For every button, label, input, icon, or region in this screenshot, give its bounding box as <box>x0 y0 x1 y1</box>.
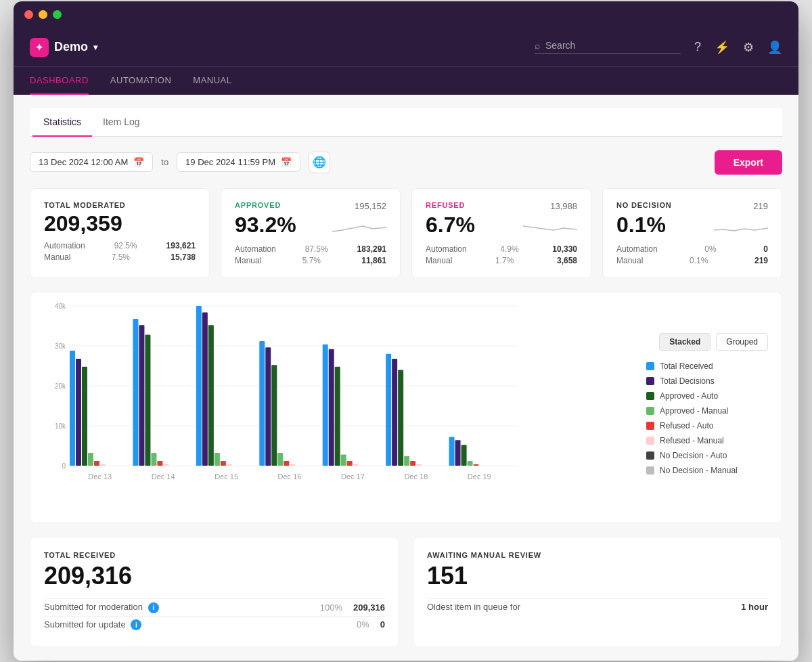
svg-rect-38 <box>347 461 353 466</box>
date-to-value: 19 Dec 2024 11:59 PM <box>185 157 275 167</box>
stat-row-manual: Manual 7.5% 15,738 <box>44 252 196 262</box>
svg-rect-43 <box>404 456 409 466</box>
awaiting-review-value: 151 <box>427 562 768 590</box>
bottom-stats: TOTAL RECEIVED 209,316 Submitted for mod… <box>30 537 782 647</box>
maximize-button[interactable] <box>53 10 62 19</box>
date-from-value: 13 Dec 2024 12:00 AM <box>39 157 128 167</box>
svg-rect-40 <box>386 354 391 466</box>
search-bar[interactable]: ⌕ <box>535 40 681 54</box>
svg-rect-50 <box>474 464 479 466</box>
stat-card-approved: APPROVED 195,152 93.2% Automation 87.5% … <box>221 188 401 278</box>
date-to-input[interactable]: 19 Dec 2024 11:59 PM 📅 <box>177 152 300 172</box>
user-icon[interactable]: 👤 <box>767 40 782 55</box>
svg-rect-31 <box>277 453 283 466</box>
svg-rect-47 <box>455 440 461 466</box>
svg-rect-19 <box>151 453 156 466</box>
app-title: Demo <box>54 40 88 54</box>
svg-rect-39 <box>353 464 359 466</box>
globe-button[interactable]: 🌐 <box>309 152 330 173</box>
tabs-bar: Statistics Item Log <box>30 108 782 137</box>
header-right: ⌕ ? ⚡ ⚙ 👤 <box>535 40 782 55</box>
total-received-value: 209,316 <box>44 562 385 590</box>
svg-rect-25 <box>215 453 220 466</box>
total-received-card: TOTAL RECEIVED 209,316 Submitted for mod… <box>30 537 399 647</box>
svg-rect-34 <box>323 345 328 466</box>
svg-text:30k: 30k <box>55 343 66 350</box>
chart-area: 40k30k20k10k0Dec 13Dec 14Dec 15Dec 16Dec… <box>44 306 633 509</box>
svg-rect-11 <box>76 359 81 466</box>
svg-rect-42 <box>398 370 403 466</box>
tab-statistics[interactable]: Statistics <box>32 108 92 137</box>
no-decision-sparkline <box>714 218 768 238</box>
nav-item-automation[interactable]: AUTOMATION <box>110 67 171 95</box>
settings-icon[interactable]: ⚙ <box>743 40 754 55</box>
stat-label-refused: REFUSED <box>426 201 465 209</box>
stat-row-refused-manual: Manual 1.7% 3,658 <box>426 256 577 265</box>
app-header: ✦ Demo ▾ ⌕ ? ⚡ ⚙ 👤 <box>14 28 798 66</box>
svg-rect-28 <box>259 341 265 466</box>
legend-item: Total Received <box>646 361 768 371</box>
help-icon[interactable]: ? <box>694 40 701 54</box>
stat-card-refused: REFUSED 13,988 6.7% Automation 4.9% 10,3… <box>411 188 591 278</box>
svg-rect-22 <box>196 306 202 466</box>
logo-icon: ✦ <box>30 38 49 57</box>
export-button[interactable]: Export <box>715 150 782 175</box>
stat-value-approved: 93.2% <box>235 213 296 237</box>
date-separator: to <box>161 157 168 167</box>
minimize-button[interactable] <box>39 10 47 19</box>
stat-value-no-decision: 0.1% <box>616 213 666 237</box>
submitted-update-row: Submitted for update i 0% 0 <box>44 616 385 634</box>
chevron-down-icon[interactable]: ▾ <box>93 43 97 52</box>
svg-text:Dec 16: Dec 16 <box>278 472 302 481</box>
svg-rect-10 <box>70 351 75 466</box>
info-moderation-icon[interactable]: i <box>148 602 159 613</box>
tab-item-log[interactable]: Item Log <box>92 108 150 137</box>
svg-rect-17 <box>139 325 144 466</box>
chart-section: 40k30k20k10k0Dec 13Dec 14Dec 15Dec 16Dec… <box>30 292 782 523</box>
content-area: Statistics Item Log 13 Dec 2024 12:00 AM… <box>14 95 798 661</box>
search-input[interactable] <box>545 40 681 51</box>
oldest-item-row: Oldest item in queue for 1 hour <box>427 598 768 615</box>
svg-text:10k: 10k <box>55 422 66 430</box>
svg-rect-48 <box>461 445 467 466</box>
filter-icon[interactable]: ⚡ <box>715 40 729 55</box>
svg-text:Dec 15: Dec 15 <box>215 472 238 481</box>
svg-rect-12 <box>82 367 87 466</box>
svg-text:20k: 20k <box>55 382 66 390</box>
svg-text:Dec 13: Dec 13 <box>88 472 112 481</box>
chart-view-buttons: Stacked Grouped <box>646 333 768 351</box>
stats-grid: TOTAL MODERATED 209,359 Automation 92.5%… <box>30 188 782 278</box>
stacked-button[interactable]: Stacked <box>659 333 710 351</box>
legend-item: No Decision - Auto <box>646 451 768 460</box>
nav-bar: DASHBOARD AUTOMATION MANUAL <box>14 66 798 95</box>
nav-item-manual[interactable]: MANUAL <box>193 67 231 95</box>
legend-item: Refused - Auto <box>646 421 768 431</box>
search-icon: ⌕ <box>535 40 540 51</box>
submitted-moderation-row: Submitted for moderation i 100% 209,316 <box>44 598 385 616</box>
svg-rect-16 <box>133 319 138 466</box>
date-from-input[interactable]: 13 Dec 2024 12:00 AM 📅 <box>30 152 153 172</box>
close-button[interactable] <box>24 10 33 19</box>
logo-area[interactable]: ✦ Demo ▾ <box>30 38 97 57</box>
stat-row-approved-manual: Manual 5.7% 11,861 <box>235 256 386 265</box>
stat-row-nodec-manual: Manual 0.1% 219 <box>616 256 768 265</box>
svg-rect-44 <box>410 461 415 466</box>
svg-text:40k: 40k <box>55 303 66 310</box>
legend-item: No Decision - Manual <box>646 466 768 475</box>
nav-item-dashboard[interactable]: DASHBOARD <box>30 67 89 95</box>
grouped-button[interactable]: Grouped <box>716 333 768 351</box>
approved-sparkline <box>332 218 386 238</box>
info-update-icon[interactable]: i <box>131 619 141 630</box>
svg-text:Dec 18: Dec 18 <box>404 472 428 481</box>
refused-sparkline <box>523 218 577 238</box>
svg-rect-24 <box>208 325 214 466</box>
svg-rect-15 <box>100 464 106 466</box>
svg-rect-18 <box>145 335 150 466</box>
svg-text:Dec 19: Dec 19 <box>468 472 491 481</box>
svg-rect-36 <box>335 367 340 466</box>
stat-label-no-decision: NO DECISION <box>616 201 672 209</box>
legend-item: Approved - Auto <box>646 391 768 401</box>
svg-rect-23 <box>202 313 208 466</box>
awaiting-review-label: AWAITING MANUAL REVIEW <box>427 551 768 559</box>
chart-legend: Stacked Grouped Total ReceivedTotal Deci… <box>646 306 768 509</box>
